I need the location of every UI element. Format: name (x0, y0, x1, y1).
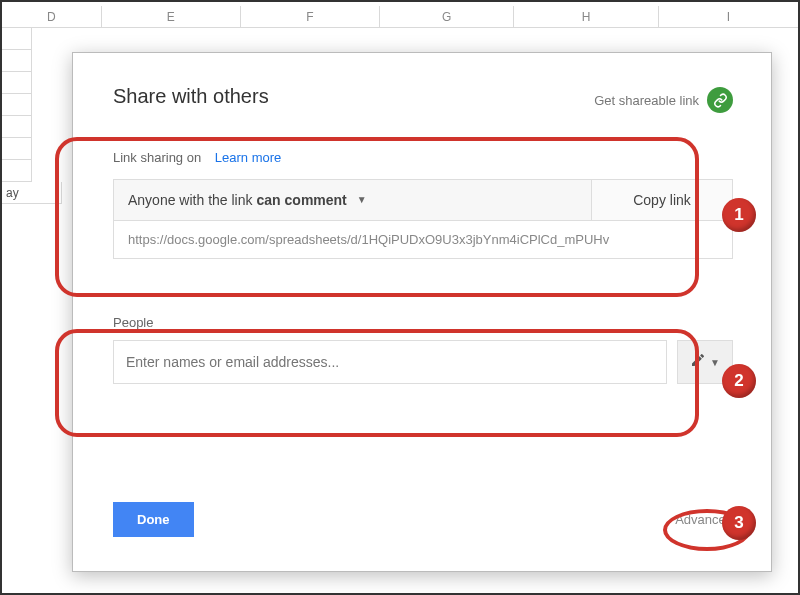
permission-level: can comment (257, 180, 347, 220)
cell[interactable] (2, 28, 32, 50)
col-G[interactable]: G (380, 6, 514, 28)
done-button[interactable]: Done (113, 502, 194, 537)
chevron-down-icon: ▼ (357, 180, 367, 220)
annotation-badge-2: 2 (722, 364, 756, 398)
people-input[interactable] (113, 340, 667, 384)
cell[interactable] (2, 116, 32, 138)
col-D[interactable]: D (2, 6, 102, 28)
cell[interactable] (2, 160, 32, 182)
spreadsheet-column-headers: D E F G H I (2, 6, 798, 28)
learn-more-link[interactable]: Learn more (215, 150, 281, 165)
annotation-badge-3: 3 (722, 506, 756, 540)
dialog-footer: Done Advanced (113, 502, 733, 537)
col-I[interactable]: I (659, 6, 798, 28)
chevron-down-icon: ▼ (710, 357, 720, 368)
share-dialog: Share with others Get shareable link Lin… (72, 52, 772, 572)
cell[interactable] (2, 94, 32, 116)
col-E[interactable]: E (102, 6, 241, 28)
link-icon (707, 87, 733, 113)
permission-prefix: Anyone with the link (128, 180, 253, 220)
pencil-icon (690, 352, 706, 372)
cell[interactable] (2, 72, 32, 94)
get-shareable-link-label: Get shareable link (594, 93, 699, 108)
people-label: People (113, 315, 733, 330)
cell[interactable]: ay (2, 182, 62, 204)
permission-dropdown[interactable]: Anyone with the link can comment ▼ (114, 180, 592, 220)
cell[interactable] (2, 138, 32, 160)
permission-row: Anyone with the link can comment ▼ Copy … (113, 179, 733, 221)
people-row: ▼ (113, 340, 733, 384)
col-F[interactable]: F (241, 6, 380, 28)
share-url[interactable]: https://docs.google.com/spreadsheets/d/1… (113, 221, 733, 259)
copy-link-button[interactable]: Copy link (592, 180, 732, 220)
spreadsheet-rows: ay (2, 28, 62, 204)
get-shareable-link[interactable]: Get shareable link (594, 87, 733, 113)
col-H[interactable]: H (514, 6, 658, 28)
cell[interactable] (2, 50, 32, 72)
annotation-badge-1: 1 (722, 198, 756, 232)
link-sharing-status: Link sharing on Learn more (113, 150, 733, 165)
